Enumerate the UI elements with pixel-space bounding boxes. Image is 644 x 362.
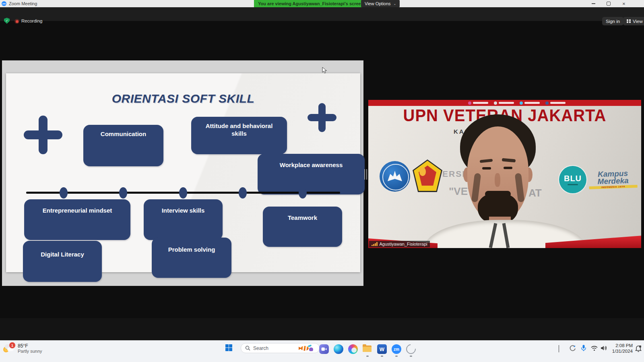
- skill-label: Problem solving: [168, 246, 215, 278]
- participant-video-tile[interactable]: UPN VETERAN JAKARTA KAMPU VERSITA "VETE …: [368, 100, 641, 248]
- participant-name: Agustiyawan_Fisioterapi: [380, 242, 427, 246]
- running-app-indicator: [410, 356, 412, 357]
- skill-label: Entrepreneurial mindset: [43, 207, 112, 240]
- search-daily-image-fish: [297, 344, 315, 352]
- blu-logo-text: BLU: [564, 174, 582, 183]
- social-handle: [494, 101, 514, 105]
- participant-eye: [504, 167, 512, 169]
- presentation-slide: ORIENTASI SOFT SKILL Communication Attit…: [6, 73, 360, 272]
- spinner-icon: [404, 342, 418, 356]
- skill-box-attitude: Attitude and behavioral skills: [191, 117, 287, 154]
- social-handle: [520, 101, 540, 105]
- maximize-icon: [607, 2, 611, 6]
- close-button[interactable]: ✕: [618, 0, 630, 7]
- video-social-banner: [368, 100, 641, 106]
- view-options-label: View Options: [365, 1, 391, 6]
- running-app-indicator: [395, 356, 398, 357]
- timeline-dot: [179, 187, 187, 199]
- taskbar-zoom-icon[interactable]: zm: [391, 344, 402, 354]
- windows-logo-icon: [225, 344, 229, 348]
- social-handle: [468, 101, 488, 105]
- taskbar-search-box[interactable]: Search: [241, 343, 320, 353]
- windows-taskbar: 1 85°F Partly sunny Search W zm: [0, 340, 644, 362]
- blu-logo: BLU: [559, 166, 586, 193]
- running-app-indicator: [366, 356, 369, 357]
- recording-dot: [16, 20, 19, 23]
- window-titlebar: zm Zoom Meeting You are viewing Agustiya…: [0, 0, 644, 7]
- ministry-education-logo: [380, 161, 410, 192]
- skill-label: Interview skills: [162, 207, 205, 240]
- chat-camera-icon: [319, 344, 329, 354]
- chevron-down-icon: ⌄: [394, 2, 396, 6]
- skill-box-interview: Interview skills: [144, 199, 223, 240]
- social-handle: [545, 101, 566, 105]
- maximize-button[interactable]: [603, 0, 615, 7]
- close-icon: ✕: [622, 2, 625, 6]
- search-placeholder: Search: [253, 345, 268, 351]
- participant-eye: [482, 167, 491, 170]
- tray-notification-bell[interactable]: [635, 345, 642, 354]
- meeting-toolbar: Unmute Stop Video 350 Participants Chat: [0, 318, 644, 340]
- sign-in-label: Sign in: [606, 19, 620, 24]
- shared-screen-area: ORIENTASI SOFT SKILL Communication Attit…: [2, 60, 363, 286]
- tray-sync-icon[interactable]: [569, 345, 576, 353]
- tray-show-hidden-icons[interactable]: [559, 345, 559, 353]
- skill-label: Teamwork: [288, 214, 317, 247]
- timeline-dot: [299, 187, 307, 199]
- window-title: Zoom Meeting: [9, 0, 37, 7]
- meeting-info-shield-icon[interactable]: ✓: [4, 18, 10, 24]
- start-button[interactable]: [225, 344, 232, 351]
- kampus-merdeka-tagline: INDONESIA JAYA: [589, 185, 638, 189]
- timeline-dot: [60, 187, 68, 199]
- taskbar-file-explorer-icon[interactable]: [362, 344, 373, 354]
- tray-date: 1/31/2024: [602, 348, 633, 354]
- weather-widget[interactable]: 1 85°F Partly sunny: [0, 341, 80, 362]
- taskbar-edge-icon[interactable]: [333, 344, 344, 354]
- weather-condition-label: Partly sunny: [18, 349, 42, 354]
- minimize-icon: [592, 3, 595, 4]
- zoom-meeting-window: zm Zoom Meeting You are viewing Agustiya…: [0, 0, 644, 362]
- skill-label: Communication: [101, 130, 146, 166]
- search-icon: [245, 345, 250, 351]
- skill-box-digital-literacy: Digital Literacy: [23, 241, 102, 282]
- skill-label: Digital Literacy: [41, 250, 84, 282]
- zoom-icon: zm: [392, 344, 401, 354]
- skill-box-communication: Communication: [83, 125, 163, 166]
- skill-box-problem-solving: Problem solving: [152, 238, 231, 278]
- panel-resize-handle[interactable]: [363, 168, 368, 180]
- viewing-screen-banner: You are viewing Agustiyawan_Fisioterapi'…: [254, 0, 367, 7]
- sign-in-button[interactable]: Sign in: [602, 17, 623, 25]
- edge-browser-icon: [334, 344, 343, 354]
- minimize-button[interactable]: [587, 0, 599, 7]
- participant-name-tag: Agustiyawan_Fisioterapi: [369, 241, 430, 247]
- recording-indicator-icon: [14, 19, 19, 24]
- temperature-label: 85°F: [18, 343, 28, 349]
- connection-signal-icon: [372, 242, 378, 246]
- tray-clock[interactable]: 2:08 PM 1/31/2024: [602, 343, 633, 354]
- plus-decoration-medium: [308, 103, 336, 132]
- meeting-header-bar: ✓ Recording Sign in View: [0, 7, 644, 21]
- taskbar-loading-app-icon[interactable]: [406, 344, 416, 354]
- skill-box-workplace: Workplace awareness: [258, 154, 365, 194]
- skill-label: Workplace awareness: [280, 161, 343, 194]
- tray-wifi-icon[interactable]: [591, 345, 598, 353]
- running-app-indicator: [381, 356, 383, 357]
- taskbar-word-icon[interactable]: W: [377, 344, 387, 354]
- view-layout-icon: [627, 19, 631, 23]
- view-label: View: [633, 19, 643, 24]
- plus-decoration-large: [24, 116, 62, 154]
- taskbar-copilot-icon[interactable]: [348, 344, 358, 354]
- mouse-cursor: [322, 67, 328, 74]
- view-button[interactable]: View: [623, 17, 644, 25]
- word-icon: W: [377, 344, 387, 354]
- copilot-icon: [348, 344, 358, 354]
- backdrop-watermark: AT: [528, 187, 542, 199]
- taskbar-chat-icon[interactable]: [319, 344, 329, 354]
- skill-box-entrepreneurial: Entrepreneurial mindset: [24, 199, 130, 240]
- chevron-up-icon: [559, 345, 559, 352]
- timeline-dot: [239, 187, 247, 199]
- zoom-app-icon: zm: [2, 1, 6, 6]
- view-options-button[interactable]: View Options ⌄: [361, 0, 400, 7]
- tray-microphone-icon[interactable]: [581, 345, 586, 353]
- skill-label: Attitude and behavioral skills: [202, 122, 277, 154]
